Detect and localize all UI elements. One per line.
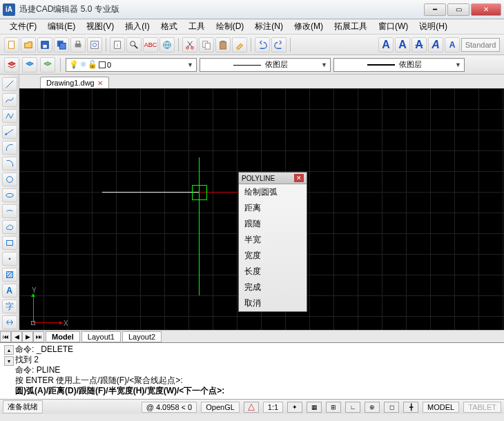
text2-icon[interactable]: 字 — [2, 300, 17, 313]
redo-icon[interactable] — [271, 37, 287, 52]
status-star-icon[interactable]: ✦ — [287, 402, 302, 413]
saveall-icon[interactable] — [54, 37, 69, 52]
status-tablet[interactable]: TABLET — [463, 402, 501, 413]
cmd-scroll-down-icon[interactable]: ▾ — [4, 356, 14, 366]
spline-icon[interactable] — [2, 93, 17, 107]
textstyle-a1-icon[interactable]: A — [378, 37, 394, 52]
ellipse-icon[interactable] — [2, 188, 17, 202]
command-prompt[interactable]: 圆)弧(A)/距离(D)/跟随(F)/半宽度(H)/宽度(W)/<下一个点>: — [15, 386, 500, 396]
preview-icon[interactable] — [87, 37, 102, 52]
svg-line-20 — [6, 81, 13, 88]
layout-tab-model[interactable]: Model — [46, 331, 80, 342]
revcloud-icon[interactable] — [2, 220, 17, 234]
menu-format[interactable]: 格式 — [155, 19, 183, 34]
ray-icon[interactable] — [2, 125, 17, 139]
copy-icon[interactable] — [199, 37, 214, 52]
status-grid-icon[interactable]: ⊞ — [326, 402, 341, 413]
textstyle-a2-icon[interactable]: A — [395, 37, 410, 52]
info-icon[interactable]: i — [110, 37, 125, 52]
undo-icon[interactable] — [255, 37, 270, 52]
popup-item-width[interactable]: 宽度 — [239, 248, 307, 264]
text-icon[interactable]: A — [2, 284, 17, 297]
menu-window[interactable]: 窗口(W) — [373, 19, 414, 34]
popup-item-done[interactable]: 完成 — [239, 280, 307, 295]
layer-combo[interactable]: 💡 ❄ 🔓 0 ▼ — [66, 58, 197, 72]
menu-dimension[interactable]: 标注(N) — [249, 19, 289, 34]
textstyle-a3-icon[interactable]: A — [411, 37, 427, 52]
menu-help[interactable]: 说明(H) — [414, 19, 453, 34]
style-combo[interactable]: Standard — [461, 38, 500, 52]
command-window[interactable]: ▴ ▾ 命令: _DELETE 找到 2 命令: PLINE 按 ENTER 使… — [0, 342, 504, 399]
region-icon[interactable] — [2, 315, 17, 329]
matchprop-icon[interactable] — [232, 37, 247, 52]
circle-icon[interactable] — [2, 173, 17, 186]
hyperlink-icon[interactable] — [159, 37, 175, 52]
close-button[interactable]: ✕ — [471, 3, 501, 16]
paste-icon[interactable] — [215, 37, 231, 52]
status-model[interactable]: MODEL — [423, 402, 459, 413]
popup-item-arc[interactable]: 绘制圆弧 — [239, 184, 307, 200]
ellipse-arc-icon[interactable] — [2, 204, 17, 218]
close-tab-icon[interactable]: ✕ — [97, 79, 103, 87]
svg-line-12 — [135, 45, 137, 48]
status-ortho-icon[interactable]: ∟ — [345, 402, 360, 413]
layer-mgr-icon[interactable] — [4, 57, 19, 72]
tab-first-icon[interactable]: ⏮ — [0, 331, 11, 342]
find-icon[interactable] — [126, 37, 142, 52]
layer-prev-icon[interactable] — [40, 57, 55, 72]
new-icon[interactable] — [4, 37, 19, 52]
polyline-icon[interactable] — [2, 109, 17, 123]
textstyle-a4-icon[interactable]: A — [428, 37, 443, 52]
tab-prev-icon[interactable]: ◀ — [11, 331, 22, 342]
popup-item-follow[interactable]: 跟随 — [239, 216, 307, 232]
svg-rect-5 — [75, 43, 81, 47]
hatch-icon[interactable] — [2, 268, 17, 282]
layout-tab-row: ⏮ ◀ ▶ ⏭ Model Layout1 Layout2 — [0, 330, 504, 342]
popup-close-icon[interactable]: ✕ — [294, 174, 304, 182]
open-icon[interactable] — [21, 37, 36, 52]
status-scale[interactable]: 1:1 — [263, 402, 283, 413]
menu-tools[interactable]: 工具 — [183, 19, 211, 34]
menu-insert[interactable]: 插入(I) — [119, 19, 155, 34]
save-icon[interactable] — [37, 37, 52, 52]
menu-file[interactable]: 文件(F) — [4, 19, 42, 34]
layout-tab-layout2[interactable]: Layout2 — [122, 331, 162, 342]
minimize-button[interactable]: ━ — [424, 3, 446, 16]
maximize-button[interactable]: ▭ — [447, 3, 469, 16]
print-icon[interactable] — [70, 37, 86, 52]
color-swatch — [99, 61, 106, 68]
textstyle-a5-icon[interactable]: A — [445, 37, 460, 52]
linetype-combo[interactable]: 依图层 ▼ — [200, 58, 331, 72]
status-snap-icon[interactable]: ▦ — [307, 402, 322, 413]
document-tab[interactable]: Drawing1.dwg ✕ — [40, 77, 109, 88]
menu-edit[interactable]: 编辑(E) — [42, 19, 81, 34]
status-drafting-icon[interactable] — [244, 402, 259, 413]
cut-icon[interactable] — [182, 37, 197, 52]
point-icon[interactable] — [2, 252, 17, 266]
popup-header[interactable]: POLYLINE ✕ — [239, 173, 307, 184]
popup-item-distance[interactable]: 距离 — [239, 200, 307, 216]
layout-tab-layout1[interactable]: Layout1 — [81, 331, 121, 342]
tab-last-icon[interactable]: ⏭ — [33, 331, 44, 342]
menu-modify[interactable]: 修改(M) — [289, 19, 329, 34]
spellcheck-icon[interactable]: ABC — [143, 37, 158, 52]
rectangle-icon[interactable] — [2, 236, 17, 250]
layer-state-icon[interactable] — [22, 57, 37, 72]
arc2-icon[interactable] — [2, 157, 17, 170]
menu-extension[interactable]: 拓展工具 — [329, 19, 373, 34]
status-lwt-icon[interactable]: ╋ — [403, 402, 418, 413]
popup-item-halfwidth[interactable]: 半宽 — [239, 232, 307, 248]
arc-icon[interactable] — [2, 141, 17, 155]
status-polar-icon[interactable]: ⊕ — [365, 402, 380, 413]
tab-next-icon[interactable]: ▶ — [22, 331, 33, 342]
cmd-scroll-up-icon[interactable]: ▴ — [4, 345, 14, 355]
menu-draw[interactable]: 绘制(D) — [211, 19, 250, 34]
svg-rect-0 — [9, 41, 14, 48]
popup-item-length[interactable]: 长度 — [239, 264, 307, 280]
lineweight-combo[interactable]: 依图层 ▼ — [333, 58, 465, 72]
status-opengl[interactable]: OpenGL — [201, 402, 240, 413]
menu-view[interactable]: 视图(V) — [81, 19, 119, 34]
popup-item-cancel[interactable]: 取消 — [239, 295, 307, 311]
status-osnap-icon[interactable]: ◻ — [384, 402, 399, 413]
line-icon[interactable] — [2, 77, 17, 91]
